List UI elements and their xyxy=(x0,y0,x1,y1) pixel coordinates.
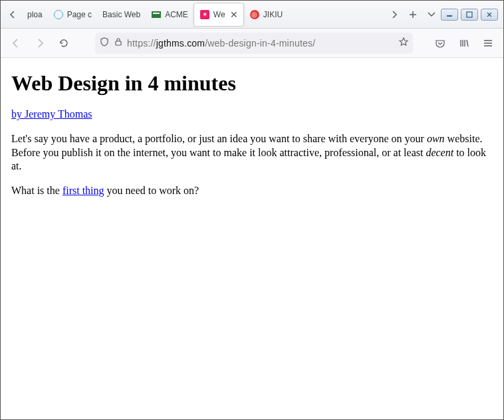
app-menu-button[interactable] xyxy=(478,33,498,53)
tab-jikiu[interactable]: ◎ JIKIU xyxy=(244,3,288,26)
site-icon: ✶ xyxy=(199,9,210,20)
globe-icon xyxy=(53,9,64,20)
url-path: /web-design-in-4-minutes/ xyxy=(205,38,315,49)
bookmark-star-icon[interactable] xyxy=(398,37,409,49)
lock-icon[interactable] xyxy=(114,37,123,49)
close-window-button[interactable] xyxy=(481,9,498,21)
url-bar[interactable]: https://jgthms.com/web-design-in-4-minut… xyxy=(95,33,413,54)
author-link[interactable]: by Jeremy Thomas xyxy=(11,108,92,120)
svg-rect-2 xyxy=(116,41,121,45)
window-controls xyxy=(441,9,501,21)
tab-label: Basic Web xyxy=(102,10,140,19)
forward-button[interactable] xyxy=(30,33,50,53)
url-text[interactable]: https://jgthms.com/web-design-in-4-minut… xyxy=(127,38,394,49)
tab-label: ACME xyxy=(165,10,188,19)
shield-icon[interactable] xyxy=(99,37,110,49)
tab-label: Page c xyxy=(67,10,92,19)
page-title: Web Design in 4 minutes xyxy=(11,71,493,96)
tab-basic-web[interactable]: Basic Web xyxy=(97,3,146,26)
close-tab-icon[interactable]: ✕ xyxy=(230,9,238,20)
url-domain: jgthms.com xyxy=(156,38,205,49)
navigation-toolbar: https://jgthms.com/web-design-in-4-minut… xyxy=(1,29,503,58)
pocket-button[interactable] xyxy=(430,33,450,53)
reload-button[interactable] xyxy=(54,33,74,53)
first-thing-link[interactable]: first thing xyxy=(63,185,104,196)
intro-paragraph: Let's say you have a product, a portfoli… xyxy=(11,132,493,173)
page-content: Web Design in 4 minutes by Jeremy Thomas… xyxy=(1,58,503,222)
acme-icon xyxy=(151,9,162,20)
site-icon: ◎ xyxy=(249,9,260,20)
tab-scroll-left-button[interactable] xyxy=(3,5,22,24)
library-button[interactable] xyxy=(454,33,474,53)
url-prefix: https:// xyxy=(127,38,156,49)
new-tab-button[interactable] xyxy=(404,5,422,24)
tab-web-design-active[interactable]: ✶ Wel ✕ xyxy=(193,3,244,27)
minimize-button[interactable] xyxy=(441,9,458,21)
tab-strip: ploa Page c Basic Web ACME ✶ Wel ✕ ◎ JIK… xyxy=(22,3,385,27)
list-all-tabs-button[interactable] xyxy=(422,5,441,24)
tab-label: JIKIU xyxy=(263,10,283,19)
tab-label: ploa xyxy=(27,10,43,19)
question-paragraph: What is the first thing you need to work… xyxy=(11,184,493,198)
tab-acme[interactable]: ACME xyxy=(146,3,193,26)
tab-label: Wel xyxy=(213,10,225,19)
back-button[interactable] xyxy=(6,33,26,53)
tab-upload[interactable]: ploa xyxy=(22,3,48,26)
title-bar: ploa Page c Basic Web ACME ✶ Wel ✕ ◎ JIK… xyxy=(1,1,503,29)
svg-rect-1 xyxy=(467,12,472,17)
maximize-button[interactable] xyxy=(461,9,478,21)
tab-page[interactable]: Page c xyxy=(48,3,97,26)
svg-rect-0 xyxy=(447,15,452,17)
tab-scroll-right-button[interactable] xyxy=(385,5,404,24)
